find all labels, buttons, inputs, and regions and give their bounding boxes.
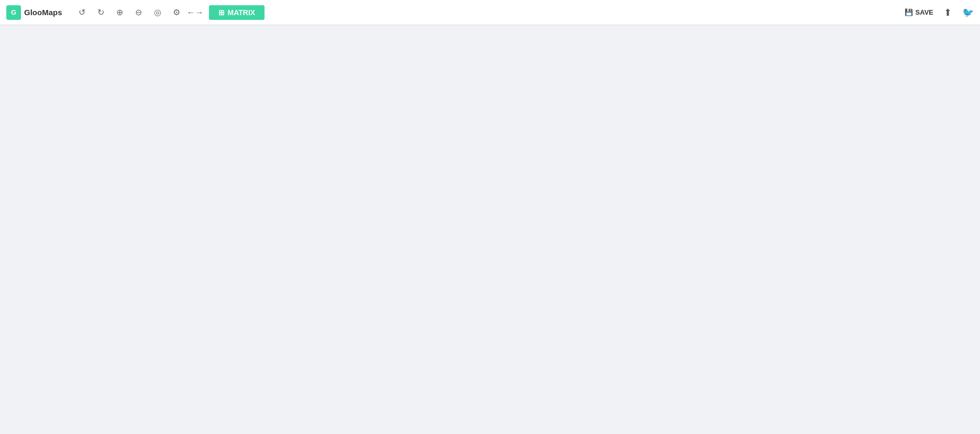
matrix-button[interactable]: ⊞ MATRIX (209, 5, 265, 20)
canvas: Home Page SERVICES/PRODUCTS M Connect SD… (0, 25, 980, 77)
toolbar: G GlooMaps ↺ ↻ ⊕ ⊖ ◎ ⚙ ←→ ⊞ MATRIX 💾 SAV… (0, 0, 980, 25)
logo-letter: G (11, 8, 16, 16)
matrix-icon: ⊞ (218, 8, 225, 17)
redo-icon[interactable]: ↻ (94, 5, 108, 20)
target-icon[interactable]: ◎ (150, 5, 165, 20)
zoom-in-icon[interactable]: ⊕ (113, 5, 127, 20)
share-icon[interactable]: ⬆ (944, 7, 952, 18)
save-label: SAVE (916, 8, 933, 16)
save-button[interactable]: 💾 SAVE (905, 8, 933, 16)
arrow-icon[interactable]: ←→ (188, 5, 203, 20)
matrix-label: MATRIX (228, 8, 256, 17)
logo-box: G (6, 5, 21, 20)
save-icon: 💾 (905, 8, 913, 16)
undo-icon[interactable]: ↺ (75, 5, 90, 20)
logo-area: G GlooMaps (6, 5, 62, 20)
twitter-icon[interactable]: 🐦 (962, 7, 974, 18)
logo-text: GlooMaps (24, 8, 62, 17)
settings-icon[interactable]: ⚙ (169, 5, 184, 20)
zoom-out-icon[interactable]: ⊖ (131, 5, 146, 20)
